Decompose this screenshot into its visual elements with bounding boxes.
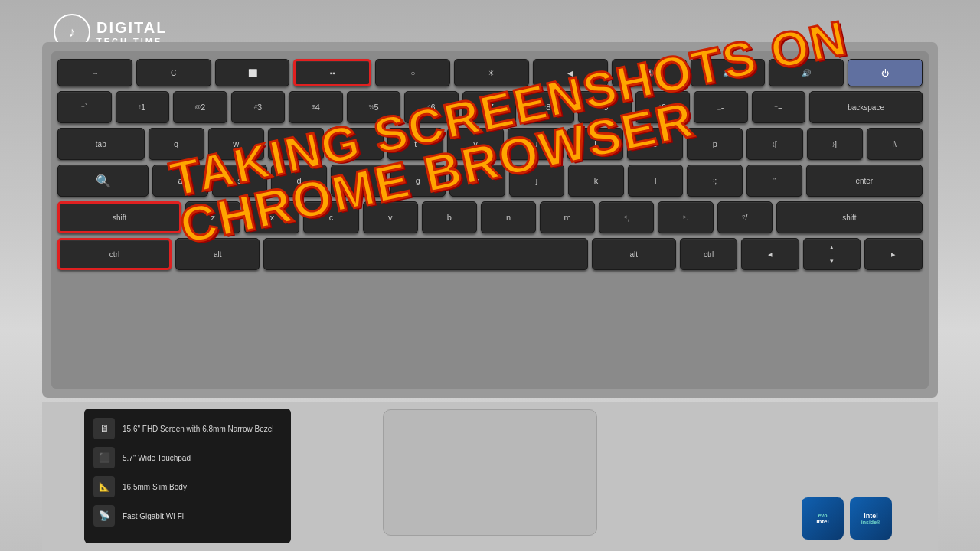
- key-4[interactable]: $4: [289, 91, 343, 123]
- key-backspace[interactable]: backspace: [809, 91, 923, 123]
- spec-screen: 🖥 15.6" FHD Screen with 6.8mm Narrow Bez…: [93, 418, 282, 439]
- keyboard-section: → C ⬜ ▪▪ ○ ☀ ◀ 🔇 🔉 🔊 ⏻ ~` !1 @2 #3 $4 %5…: [42, 42, 938, 398]
- key-1[interactable]: !1: [116, 91, 170, 123]
- key-arrow-down[interactable]: ▾: [830, 255, 834, 269]
- key-period[interactable]: >.: [658, 201, 713, 233]
- key-enter[interactable]: enter: [806, 165, 923, 197]
- bottom-row: ctrl alt alt ctrl ◂ ▴ ▾ ▸: [57, 238, 923, 270]
- spec-body-text: 16.5mm Slim Body: [122, 483, 187, 491]
- qwerty-row: tab q w e r t y u i o p {[ }] |\: [57, 128, 923, 160]
- key-power[interactable]: ⏻: [848, 59, 923, 86]
- spec-screen-text: 15.6" FHD Screen with 6.8mm Narrow Bezel: [122, 425, 274, 433]
- keyboard-inner: → C ⬜ ▪▪ ○ ☀ ◀ 🔇 🔉 🔊 ⏻ ~` !1 @2 #3 $4 %5…: [51, 51, 929, 389]
- key-screenshot[interactable]: ▪▪: [293, 59, 371, 86]
- key-h[interactable]: h: [449, 165, 505, 197]
- key-tab[interactable]: tab: [57, 128, 145, 160]
- key-alt-left[interactable]: alt: [175, 238, 260, 270]
- key-equals[interactable]: +=: [752, 91, 806, 123]
- key-j[interactable]: j: [509, 165, 565, 197]
- key-0[interactable]: )0: [635, 91, 690, 123]
- zxcv-row: shift z x c v b n m <, >. ?/ shift: [57, 201, 923, 233]
- key-v[interactable]: v: [363, 201, 418, 233]
- key-search[interactable]: 🔍: [57, 165, 149, 197]
- key-back[interactable]: ◀: [533, 59, 608, 86]
- key-i[interactable]: i: [567, 128, 623, 160]
- key-w[interactable]: w: [208, 128, 264, 160]
- fn-row: → C ⬜ ▪▪ ○ ☀ ◀ 🔇 🔉 🔊 ⏻: [57, 59, 923, 86]
- key-space[interactable]: [263, 238, 587, 270]
- key-2[interactable]: @2: [173, 91, 227, 123]
- key-arrow-up[interactable]: ▴: [830, 240, 834, 254]
- key-refresh[interactable]: C: [136, 59, 211, 86]
- spec-body-icon: 📐: [93, 476, 115, 497]
- key-p[interactable]: p: [687, 128, 743, 160]
- key-d[interactable]: d: [271, 165, 327, 197]
- key-l[interactable]: l: [628, 165, 684, 197]
- key-slash[interactable]: ?/: [717, 201, 773, 233]
- key-brightness-up[interactable]: ☀: [454, 59, 529, 86]
- key-f[interactable]: f: [331, 165, 387, 197]
- key-3[interactable]: #3: [231, 91, 286, 123]
- key-e[interactable]: e: [268, 128, 324, 160]
- key-t[interactable]: t: [387, 128, 443, 160]
- key-comma[interactable]: <,: [599, 201, 654, 233]
- key-q[interactable]: q: [149, 128, 204, 160]
- badge-intel: intel inside®: [850, 497, 892, 540]
- spec-wifi: 📡 Fast Gigabit Wi-Fi: [93, 505, 282, 527]
- badge-intel-label: intel: [816, 518, 828, 525]
- key-vol-up[interactable]: 🔊: [769, 59, 844, 86]
- key-shift-right[interactable]: shift: [776, 201, 923, 233]
- key-y[interactable]: y: [447, 128, 503, 160]
- key-r[interactable]: r: [328, 128, 384, 160]
- key-k[interactable]: k: [568, 165, 624, 197]
- key-arrow-right[interactable]: ▸: [864, 238, 923, 270]
- key-s[interactable]: s: [212, 165, 268, 197]
- key-m[interactable]: m: [540, 201, 595, 233]
- brand-name: DIGITAL: [96, 19, 168, 37]
- key-shift-left[interactable]: shift: [57, 201, 181, 233]
- badge-evo: evo intel: [802, 497, 844, 540]
- key-prev-tab[interactable]: →: [57, 59, 132, 86]
- spec-touchpad: ⬛ 5.7" Wide Touchpad: [93, 447, 282, 468]
- key-7[interactable]: &7: [462, 91, 517, 123]
- key-brightness-down[interactable]: ○: [375, 59, 450, 86]
- key-9[interactable]: (9: [578, 91, 632, 123]
- key-alt-right[interactable]: alt: [592, 238, 676, 270]
- key-backslash[interactable]: |\: [867, 128, 923, 160]
- key-lbracket[interactable]: {[: [746, 128, 802, 160]
- key-c[interactable]: c: [303, 201, 358, 233]
- key-n[interactable]: n: [481, 201, 536, 233]
- badge-evo-label: evo: [818, 513, 827, 518]
- spec-wifi-icon: 📡: [93, 505, 115, 527]
- key-u[interactable]: u: [508, 128, 564, 160]
- key-g[interactable]: g: [390, 165, 446, 197]
- key-8[interactable]: *8: [520, 91, 574, 123]
- bottom-section: 🖥 15.6" FHD Screen with 6.8mm Narrow Bez…: [42, 402, 938, 551]
- asdf-row: 🔍 a s d f g h j k l :; "' enter: [57, 165, 923, 197]
- key-backtick[interactable]: ~`: [57, 91, 112, 123]
- key-overview[interactable]: ⬜: [215, 59, 290, 86]
- intel-badges: evo intel intel inside®: [802, 497, 892, 540]
- key-rbracket[interactable]: }]: [807, 128, 863, 160]
- number-row: ~` !1 @2 #3 $4 %5 ^6 &7 *8 (9 )0 _- += b…: [57, 91, 923, 123]
- key-a[interactable]: a: [152, 165, 208, 197]
- key-arrow-left[interactable]: ◂: [741, 238, 799, 270]
- key-o[interactable]: o: [627, 128, 683, 160]
- key-minus[interactable]: _-: [694, 91, 748, 123]
- key-5[interactable]: %5: [347, 91, 401, 123]
- key-vol-down[interactable]: 🔉: [691, 59, 766, 86]
- key-6[interactable]: ^6: [404, 91, 459, 123]
- key-ctrl-right[interactable]: ctrl: [680, 238, 738, 270]
- key-mute[interactable]: 🔇: [612, 59, 687, 86]
- key-z[interactable]: z: [185, 201, 240, 233]
- badge-inside-label: inside®: [861, 520, 880, 525]
- touchpad[interactable]: [383, 409, 597, 536]
- spec-wifi-text: Fast Gigabit Wi-Fi: [122, 512, 184, 520]
- key-quote[interactable]: "': [746, 165, 802, 197]
- spec-touchpad-icon: ⬛: [93, 447, 115, 468]
- key-ctrl-left[interactable]: ctrl: [57, 238, 172, 270]
- badge-intel-core-label: intel: [864, 512, 878, 520]
- key-semicolon[interactable]: :;: [687, 165, 743, 197]
- key-x[interactable]: x: [244, 201, 299, 233]
- key-b[interactable]: b: [422, 201, 477, 233]
